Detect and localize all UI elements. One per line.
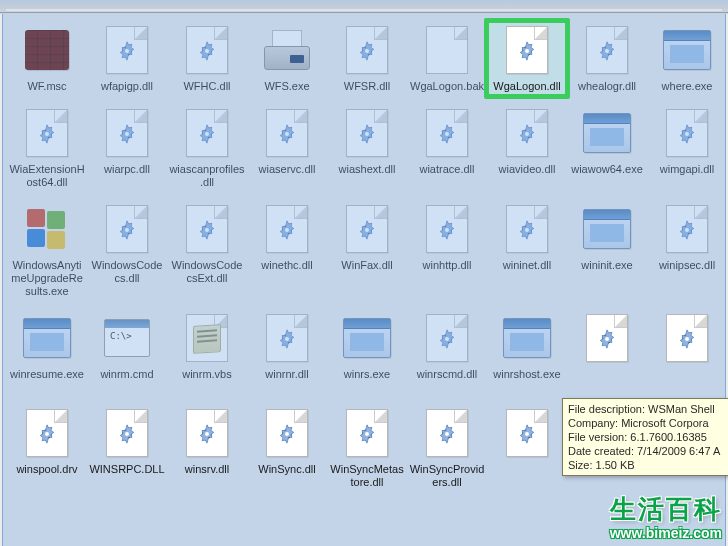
file-label: WinSyncMetastore.dll	[329, 463, 405, 489]
file-label: WINSRPC.DLL	[89, 463, 165, 476]
file-item[interactable]: WINSRPC.DLL	[88, 407, 166, 489]
system-dll-icon	[346, 409, 388, 457]
file-item[interactable]: WinSyncProviders.dll	[408, 407, 486, 489]
file-label: WgaLogon.dll	[489, 80, 565, 93]
file-label: WinSync.dll	[249, 463, 325, 476]
system-dll-icon	[106, 409, 148, 457]
svg-point-51	[125, 432, 129, 436]
file-item[interactable]: WinSync.dll	[248, 407, 326, 489]
file-item-hovered[interactable]	[568, 312, 646, 381]
system-dll-icon	[506, 26, 548, 74]
system-dll-icon	[426, 409, 468, 457]
file-label: winsrv.dll	[169, 463, 245, 476]
system-dll-icon	[666, 314, 708, 362]
file-list-pane[interactable]: WF.msc wfapigp.dll WFHC.dll WFS.exe WFSR…	[0, 13, 728, 546]
system-dll-icon	[266, 409, 308, 457]
file-tooltip: File description: WSMan Shell Company: M…	[562, 398, 728, 476]
svg-point-53	[205, 432, 209, 436]
svg-point-61	[525, 432, 529, 436]
tooltip-line: File version: 6.1.7600.16385	[568, 430, 728, 444]
file-item[interactable]: winspool.drv	[8, 407, 86, 489]
file-item[interactable]	[488, 407, 566, 489]
system-dll-icon	[186, 409, 228, 457]
system-dll-icon	[586, 314, 628, 362]
svg-point-7	[525, 49, 529, 53]
svg-point-47	[685, 337, 689, 341]
tooltip-line: Size: 1.50 KB	[568, 458, 728, 472]
tooltip-line: File description: WSMan Shell	[568, 402, 728, 416]
svg-point-49	[45, 432, 49, 436]
svg-point-55	[285, 432, 289, 436]
svg-point-57	[365, 432, 369, 436]
window-titlebar	[0, 0, 728, 13]
system-dll-icon	[506, 409, 548, 457]
system-dll-icon	[26, 409, 68, 457]
file-label: winspool.drv	[9, 463, 85, 476]
tooltip-line: Company: Microsoft Corpora	[568, 416, 728, 430]
tooltip-line: Date created: 7/14/2009 6:47 A	[568, 444, 728, 458]
svg-point-59	[445, 432, 449, 436]
svg-point-45	[605, 337, 609, 341]
file-item[interactable]: winsrv.dll	[168, 407, 246, 489]
file-item[interactable]: WinSyncMetastore.dll	[328, 407, 406, 489]
file-label: WinSyncProviders.dll	[409, 463, 485, 489]
